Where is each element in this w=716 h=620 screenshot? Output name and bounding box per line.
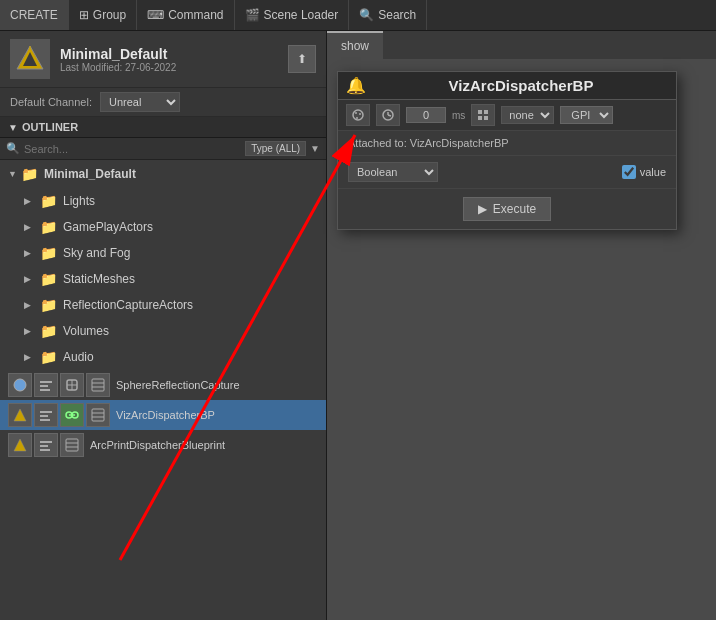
svg-rect-27 bbox=[66, 439, 78, 451]
tree-container: ▼ 📁 Minimal_Default ▶ 📁 Lights ▶ 📁 GameP… bbox=[0, 160, 326, 620]
show-tab-button[interactable]: show bbox=[327, 31, 383, 59]
vizarc-icon1 bbox=[8, 403, 32, 427]
svg-line-36 bbox=[388, 115, 391, 116]
tree-item-audio[interactable]: ▶ 📁 Audio bbox=[0, 344, 326, 370]
svg-rect-40 bbox=[484, 116, 488, 120]
scene-loader-button[interactable]: 🎬 Scene Loader bbox=[235, 0, 350, 30]
lights-expand-arrow: ▶ bbox=[24, 196, 36, 206]
static-label: StaticMeshes bbox=[63, 272, 135, 286]
svg-point-32 bbox=[359, 113, 361, 115]
scene-loader-label: Scene Loader bbox=[264, 8, 339, 22]
root-folder-icon: 📁 bbox=[21, 166, 38, 182]
viz-popup: 🔔 VizArcDispatcherBP ms none GPI bbox=[337, 71, 677, 230]
group-button[interactable]: ⊞ Group bbox=[69, 0, 137, 30]
panel-logo bbox=[10, 39, 50, 79]
reflection-expand-arrow: ▶ bbox=[24, 300, 36, 310]
root-label: Minimal_Default bbox=[44, 167, 136, 181]
svg-rect-15 bbox=[40, 415, 48, 417]
sky-label: Sky and Fog bbox=[63, 246, 130, 260]
panel-subtitle: Last Modified: 27-06-2022 bbox=[60, 62, 278, 73]
sky-folder-icon: 📁 bbox=[40, 245, 57, 261]
create-button[interactable]: CREATE bbox=[0, 0, 69, 30]
tree-item-arcprint[interactable]: ArcPrintDispatcherBlueprint bbox=[0, 430, 326, 460]
sphere-icon3 bbox=[60, 373, 84, 397]
none-select[interactable]: none bbox=[501, 106, 554, 124]
search-label: Search bbox=[378, 8, 416, 22]
vizarc-label: VizArcDispatcherBP bbox=[116, 409, 215, 421]
svg-rect-16 bbox=[40, 419, 50, 421]
sphere-icon4 bbox=[86, 373, 110, 397]
grid-icon-btn[interactable] bbox=[471, 104, 495, 126]
value-checkbox[interactable] bbox=[622, 165, 636, 179]
type-filter-badge[interactable]: Type (ALL) bbox=[245, 141, 306, 156]
svg-point-30 bbox=[353, 110, 363, 120]
viz-execute-row: ▶ Execute bbox=[338, 189, 676, 229]
outliner-header: ▼ OUTLINER bbox=[0, 117, 326, 138]
gameplay-expand-arrow: ▶ bbox=[24, 222, 36, 232]
svg-rect-20 bbox=[92, 409, 104, 421]
svg-rect-14 bbox=[40, 411, 52, 413]
tree-item-volumes[interactable]: ▶ 📁 Volumes bbox=[0, 318, 326, 344]
root-expand-arrow: ▼ bbox=[8, 169, 17, 179]
arcprint-icon3 bbox=[60, 433, 84, 457]
search-bar: 🔍 Type (ALL) ▼ bbox=[0, 138, 326, 160]
tree-item-vizarc[interactable]: VizArcDispatcherBP bbox=[0, 400, 326, 430]
value-checkbox-area: value bbox=[622, 165, 666, 179]
svg-marker-13 bbox=[14, 409, 26, 421]
tree-root-item[interactable]: ▼ 📁 Minimal_Default bbox=[0, 160, 326, 188]
channel-label: Default Channel: bbox=[10, 96, 92, 108]
svg-rect-37 bbox=[478, 110, 482, 114]
svg-rect-39 bbox=[478, 116, 482, 120]
group-label: Group bbox=[93, 8, 126, 22]
reflection-label: ReflectionCaptureActors bbox=[63, 298, 193, 312]
static-folder-icon: 📁 bbox=[40, 271, 57, 287]
time-input[interactable] bbox=[406, 107, 446, 123]
tree-item-reflection[interactable]: ▶ 📁 ReflectionCaptureActors bbox=[0, 292, 326, 318]
volumes-label: Volumes bbox=[63, 324, 109, 338]
clock-icon-btn[interactable] bbox=[376, 104, 400, 126]
channel-select[interactable]: Unreal bbox=[100, 92, 180, 112]
viz-title: VizArcDispatcherBP bbox=[374, 77, 668, 94]
tree-item-gameplayactors[interactable]: ▶ 📁 GamePlayActors bbox=[0, 214, 326, 240]
search-button[interactable]: 🔍 Search bbox=[349, 0, 427, 30]
show-tab: show bbox=[327, 31, 716, 59]
svg-rect-26 bbox=[40, 449, 50, 451]
create-label: CREATE bbox=[10, 8, 58, 22]
command-button[interactable]: ⌨ Command bbox=[137, 0, 234, 30]
left-panel: Minimal_Default Last Modified: 27-06-202… bbox=[0, 31, 327, 620]
search-icon: 🔍 bbox=[359, 8, 374, 22]
tree-item-sphere-reflection[interactable]: SphereReflectionCapture bbox=[0, 370, 326, 400]
attached-value: VizArcDispatcherBP bbox=[410, 137, 509, 149]
type-select[interactable]: Boolean Integer Float String bbox=[348, 162, 438, 182]
search-input[interactable] bbox=[24, 143, 241, 155]
viz-attached-row: Attached to: VizArcDispatcherBP bbox=[338, 131, 676, 156]
svg-rect-25 bbox=[40, 445, 48, 447]
gameplay-folder-icon: 📁 bbox=[40, 219, 57, 235]
cookie-icon-btn[interactable] bbox=[346, 104, 370, 126]
execute-label: Execute bbox=[493, 202, 536, 216]
tree-item-staticmeshes[interactable]: ▶ 📁 StaticMeshes bbox=[0, 266, 326, 292]
volumes-expand-arrow: ▶ bbox=[24, 326, 36, 336]
gpi-select[interactable]: GPI bbox=[560, 106, 613, 124]
arcprint-label: ArcPrintDispatcherBlueprint bbox=[90, 439, 225, 451]
execute-button[interactable]: ▶ Execute bbox=[463, 197, 551, 221]
viz-controls: Boolean Integer Float String value bbox=[338, 156, 676, 189]
tree-item-lights[interactable]: ▶ 📁 Lights bbox=[0, 188, 326, 214]
filter-options-button[interactable]: ▼ bbox=[310, 143, 320, 154]
export-button[interactable]: ⬆ bbox=[288, 45, 316, 73]
gameplay-label: GamePlayActors bbox=[63, 220, 153, 234]
lights-label: Lights bbox=[63, 194, 95, 208]
sky-expand-arrow: ▶ bbox=[24, 248, 36, 258]
svg-rect-6 bbox=[40, 389, 50, 391]
svg-point-31 bbox=[355, 112, 357, 114]
reflection-folder-icon: 📁 bbox=[40, 297, 57, 313]
arcprint-icon1 bbox=[8, 433, 32, 457]
tree-item-sky-fog[interactable]: ▶ 📁 Sky and Fog bbox=[0, 240, 326, 266]
sphere-icon2 bbox=[34, 373, 58, 397]
search-icon: 🔍 bbox=[6, 142, 20, 155]
vizarc-icon2 bbox=[34, 403, 58, 427]
outliner-triangle: ▼ bbox=[8, 122, 18, 133]
svg-point-33 bbox=[356, 117, 358, 119]
svg-rect-4 bbox=[40, 381, 52, 383]
bell-icon: 🔔 bbox=[346, 76, 366, 95]
